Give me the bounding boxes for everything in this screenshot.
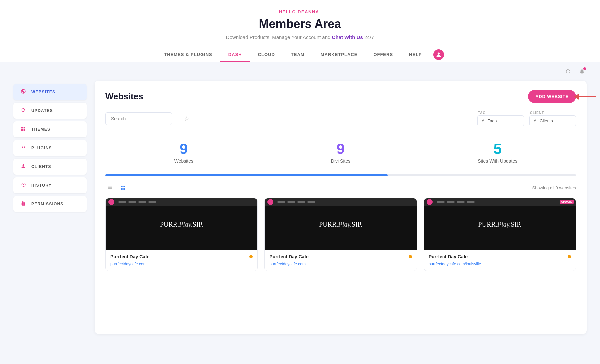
stat-updates: 5 Sites With Updates	[419, 136, 576, 169]
card-url[interactable]: purrfectdaycafe.com/louisville	[429, 262, 481, 266]
tag-filter-group: TAG All Tags	[477, 111, 524, 126]
sidebar-websites-label: WEBSITES	[31, 90, 55, 94]
divi-label: Divi Sites	[262, 158, 419, 164]
status-dot	[409, 255, 412, 258]
thumb-header	[106, 198, 257, 206]
sidebar-permissions-label: PERMISSIONS	[31, 202, 64, 206]
stats-row: 9 Websites 9 Divi Sites 5 Sites With Upd…	[105, 136, 576, 169]
client-select[interactable]: All Clients	[529, 115, 576, 126]
card-url[interactable]: purrfectdaycafe.com	[269, 262, 306, 266]
card-info: Purrfect Day Cafe purrfectdaycafe.com/lo…	[424, 250, 576, 271]
thumb-logo	[267, 199, 273, 205]
refresh-icon[interactable]	[563, 67, 573, 76]
site-logo-text: PURR.Play.SIP.	[478, 220, 522, 229]
tag-label: TAG	[478, 111, 524, 115]
client-filter-group: CLIENT All Clients	[529, 111, 576, 126]
subtitle-after: 24/7	[364, 34, 374, 40]
updates-count: 5	[419, 141, 576, 157]
toolbar-row	[0, 62, 600, 81]
sidebar-item-updates[interactable]: UPDATES	[13, 103, 87, 119]
website-card[interactable]: UPDATE PURR.Play.SIP. Purrfect Day Cafe …	[424, 198, 576, 271]
arrow-head	[574, 93, 579, 100]
page-title: Websites	[105, 91, 143, 102]
divi-count: 9	[262, 141, 419, 157]
main-layout: WEBSITES UPDATES THEMES PLUGINS CLIENTS	[0, 81, 600, 347]
view-controls: Showing all 9 websites	[105, 183, 576, 193]
top-header: HELLO DEANNA! Members Area Download Prod…	[0, 0, 600, 62]
website-card[interactable]: PURR.Play.SIP. Purrfect Day Cafe purrfec…	[264, 198, 417, 271]
sidebar-item-history[interactable]: HISTORY	[13, 177, 87, 193]
nav-offers[interactable]: OFFERS	[365, 47, 401, 62]
arrow-indicator	[575, 93, 596, 100]
grid-view-button[interactable]	[118, 183, 128, 193]
status-dot	[249, 255, 253, 258]
themes-icon	[20, 126, 27, 133]
showing-text: Showing all 9 websites	[532, 185, 576, 190]
sidebar-item-themes[interactable]: THEMES	[13, 121, 87, 137]
tag-select[interactable]: All Tags	[477, 115, 524, 126]
sidebar-updates-label: UPDATES	[31, 108, 53, 113]
permissions-icon	[20, 201, 27, 207]
user-avatar[interactable]	[433, 49, 444, 60]
clients-icon	[20, 163, 27, 170]
websites-label: Websites	[105, 158, 262, 164]
sidebar-history-label: HISTORY	[31, 183, 52, 188]
stat-websites: 9 Websites	[105, 136, 262, 169]
nav-team[interactable]: TEAM	[283, 47, 313, 62]
nav-marketplace[interactable]: MARKETPLACE	[313, 47, 366, 62]
chat-link[interactable]: Chat With Us	[332, 34, 363, 40]
site-logo-text: PURR.Play.SIP.	[160, 220, 203, 229]
sidebar-item-websites[interactable]: WEBSITES	[13, 84, 87, 100]
page-main-title: Members Area	[7, 17, 593, 31]
notification-icon[interactable]	[577, 67, 587, 76]
main-nav: THEMES & PLUGINS DASH CLOUD TEAM MARKETP…	[7, 47, 593, 62]
sidebar-clients-label: CLIENTS	[31, 164, 51, 169]
nav-cloud[interactable]: CLOUD	[250, 47, 283, 62]
websites-grid: PURR.Play.SIP. Purrfect Day Cafe purrfec…	[105, 198, 576, 271]
website-thumbnail: PURR.Play.SIP.	[106, 198, 257, 250]
thumb-header	[265, 198, 416, 206]
sidebar-plugins-label: PLUGINS	[31, 146, 52, 150]
card-name-row: Purrfect Day Cafe	[110, 254, 253, 259]
nav-help[interactable]: HELP	[401, 47, 430, 62]
star-filter-button[interactable]: ☆	[181, 113, 193, 125]
thumb-nav	[118, 201, 156, 203]
update-badge: UPDATE	[560, 200, 574, 204]
notification-badge	[583, 67, 586, 70]
thumb-nav	[437, 201, 475, 203]
card-site-name: Purrfect Day Cafe	[110, 254, 150, 259]
arrow-line	[579, 96, 596, 97]
websites-count: 9	[105, 141, 262, 157]
nav-themes-plugins[interactable]: THEMES & PLUGINS	[156, 47, 220, 62]
thumb-logo	[108, 199, 114, 205]
websites-icon	[20, 89, 27, 95]
nav-dash[interactable]: DASH	[220, 47, 250, 62]
sidebar-item-plugins[interactable]: PLUGINS	[13, 140, 87, 156]
website-card[interactable]: PURR.Play.SIP. Purrfect Day Cafe purrfec…	[105, 198, 258, 271]
card-info: Purrfect Day Cafe purrfectdaycafe.com	[265, 250, 416, 271]
add-website-button[interactable]: ADD WEBSITE	[528, 90, 576, 103]
card-url[interactable]: purrfectdaycafe.com	[110, 262, 147, 266]
card-name-row: Purrfect Day Cafe	[269, 254, 412, 259]
sidebar: WEBSITES UPDATES THEMES PLUGINS CLIENTS	[13, 81, 87, 334]
list-view-button[interactable]	[105, 183, 115, 193]
subtitle: Download Products, Manage Your Account a…	[7, 34, 593, 40]
content-header: Websites ADD WEBSITE	[105, 90, 576, 103]
card-site-name: Purrfect Day Cafe	[429, 254, 468, 259]
status-dot	[568, 255, 571, 258]
view-buttons	[105, 183, 128, 193]
plugins-icon	[20, 145, 27, 151]
history-icon	[20, 182, 27, 189]
search-input[interactable]	[105, 112, 172, 125]
sidebar-themes-label: THEMES	[31, 127, 50, 132]
thumb-logo	[427, 199, 433, 205]
progress-bar	[105, 174, 576, 176]
thumb-header	[424, 198, 576, 206]
client-label: CLIENT	[530, 111, 576, 115]
sidebar-item-permissions[interactable]: PERMISSIONS	[13, 196, 87, 212]
card-site-name: Purrfect Day Cafe	[269, 254, 309, 259]
card-info: Purrfect Day Cafe purrfectdaycafe.com	[106, 250, 257, 271]
sidebar-item-clients[interactable]: CLIENTS	[13, 159, 87, 175]
subtitle-before: Download Products, Manage Your Account a…	[226, 34, 332, 40]
updates-icon	[20, 107, 27, 114]
